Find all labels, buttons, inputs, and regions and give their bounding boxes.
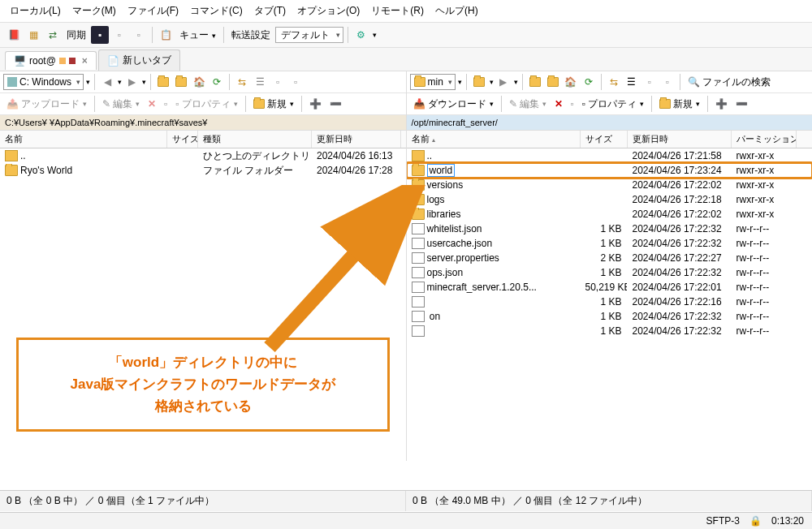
local-nav: C: Windows ▾ ◀▾ ▶▾ 🏠 ⟳ ⇆ ☰ ▫ ▫ — [0, 71, 406, 93]
close-icon[interactable]: × — [82, 55, 88, 67]
new-button[interactable]: 新規 ▾ — [250, 97, 297, 112]
list-item[interactable]: world 2024/04/26 17:23:24 rwxr-xr-x — [407, 163, 813, 178]
upload-button[interactable]: 📤 アップロード ▾ — [3, 97, 90, 112]
list-item[interactable]: Ryo's World ファイル フォルダー 2024/04/26 17:28 — [0, 163, 406, 178]
settings-icon[interactable]: ⚙ — [352, 26, 370, 44]
menu-mark[interactable]: マーク(M) — [69, 2, 119, 19]
remote-path[interactable]: /opt/minecraft_server/ — [407, 115, 813, 131]
edit-button[interactable]: ✎ 編集 ▾ — [506, 97, 550, 112]
rename-input[interactable]: world — [427, 164, 456, 177]
list-item[interactable]: libraries 2024/04/26 17:22:02 rwxr-xr-x — [407, 207, 813, 221]
folder-icon — [412, 165, 425, 176]
plus-button[interactable]: ➕ — [712, 97, 731, 110]
transfer-settings-label: 転送設定 — [228, 28, 274, 42]
list-item[interactable]: minecraft_server.1.20.5... 50,219 KB 202… — [407, 280, 813, 295]
tree-icon[interactable]: ☰ — [624, 74, 640, 90]
local-drive-combo[interactable]: C: Windows — [3, 74, 84, 90]
host-blob — [59, 58, 66, 64]
list-item[interactable]: .. ひとつ上のディレクトリ 2024/04/26 16:13 — [0, 148, 406, 163]
rename-button[interactable]: ▫ — [161, 97, 171, 110]
home-icon[interactable]: 🏠 — [191, 74, 207, 90]
sync-label[interactable]: 同期 — [63, 28, 89, 42]
queue-label[interactable]: キュー ▾ — [176, 28, 219, 42]
delete-button[interactable]: ✕ — [551, 97, 566, 110]
file-icon — [412, 238, 425, 249]
list-item[interactable]: logs 2024/04/26 17:22:18 rwxr-xr-x — [407, 192, 813, 207]
props-button[interactable]: ▫ プロパティ ▾ — [172, 97, 240, 112]
remote-nav: min ▾ ▾ ▶▾ 🏠 ⟳ ⇆ ☰ ▫ ▫ 🔍 ファイルの検索 — [407, 71, 813, 93]
refresh-icon[interactable]: ⟳ — [581, 74, 597, 90]
menu-option[interactable]: オプション(O) — [294, 2, 363, 19]
col-name[interactable]: 名前▴ — [407, 131, 581, 148]
menu-remote[interactable]: リモート(R) — [368, 2, 427, 19]
fwd-icon[interactable]: ▶ — [495, 74, 512, 90]
file-icon — [412, 311, 425, 322]
col-perm[interactable]: パーミッション — [732, 131, 797, 148]
up-icon[interactable] — [173, 74, 189, 90]
col-date[interactable]: 更新日時 — [312, 131, 401, 148]
minus-button[interactable]: ➖ — [326, 97, 345, 110]
folder-open-icon[interactable] — [527, 74, 543, 90]
session-tab[interactable]: 🖥️ root@ × — [5, 51, 97, 70]
computer-icon: 🖥️ — [14, 55, 26, 67]
menu-tab[interactable]: タブ(T) — [251, 2, 289, 19]
local-columns[interactable]: 名前 サイズ 種類 更新日時 — [0, 131, 406, 148]
find-files-button[interactable]: 🔍 ファイルの検索 — [685, 75, 774, 90]
props-button[interactable]: ▫ プロパティ ▾ — [579, 97, 647, 112]
col-date[interactable]: 更新日時 — [628, 131, 732, 148]
col-size[interactable]: サイズ — [167, 131, 198, 148]
new-tab-label: 新しいタブ — [123, 54, 171, 67]
session-tabs: 🖥️ root@ × 📄 新しいタブ — [0, 48, 812, 71]
list-item[interactable]: whitelist.json 1 KB 2024/04/26 17:22:32 … — [407, 221, 813, 236]
new-button[interactable]: 新規 ▾ — [656, 97, 703, 112]
list-item[interactable]: 1 KB 2024/04/26 17:22:32 rw-r--r-- — [407, 324, 813, 338]
col-type[interactable]: 種類 — [198, 131, 312, 148]
remote-pane: min ▾ ▾ ▶▾ 🏠 ⟳ ⇆ ☰ ▫ ▫ 🔍 ファイルの検索 📥 ダウンロー… — [407, 71, 813, 461]
remote-columns[interactable]: 名前▴ サイズ 更新日時 パーミッション — [407, 131, 813, 148]
remote-actions: 📥 ダウンロード ▾ ✎ 編集 ▾ ✕ ▫ ▫ プロパティ ▾ 新規 ▾ ➕ ➖ — [407, 93, 813, 115]
tree-icon[interactable]: ☰ — [252, 74, 268, 90]
transfer-settings-combo[interactable]: デフォルト — [275, 27, 343, 43]
download-button[interactable]: 📥 ダウンロード ▾ — [410, 97, 497, 112]
list-item[interactable]: .. 2024/04/26 17:21:58 rwxr-xr-x — [407, 148, 813, 163]
folder-icon — [412, 194, 425, 205]
list-item[interactable]: server.properties 2 KB 2024/04/26 17:22:… — [407, 251, 813, 265]
list-item[interactable]: 1 KB 2024/04/26 17:22:16 rw-r--r-- — [407, 295, 813, 309]
nav-extra-2: ▫ — [287, 74, 304, 90]
col-name[interactable]: 名前 — [0, 131, 167, 148]
sites-icon[interactable]: ▦ — [24, 26, 42, 44]
list-item[interactable]: usercache.json 1 KB 2024/04/26 17:22:32 … — [407, 236, 813, 251]
elapsed-time: 0:13:20 — [771, 515, 804, 527]
remote-folder-combo[interactable]: min — [410, 74, 456, 90]
new-tab[interactable]: 📄 新しいタブ — [98, 49, 180, 71]
list-item[interactable]: ops.json 1 KB 2024/04/26 17:22:32 rw-r--… — [407, 265, 813, 280]
plus-button[interactable]: ➕ — [306, 97, 325, 110]
col-size[interactable]: サイズ — [581, 131, 628, 148]
back-icon[interactable]: ◀ — [99, 74, 115, 90]
terminal-icon[interactable]: ▪ — [91, 26, 109, 44]
annotation-line: Java版マインクラフトのワールドデータが — [27, 373, 379, 395]
home-icon[interactable]: 🏠 — [563, 74, 579, 90]
menu-file[interactable]: ファイル(F) — [124, 2, 182, 19]
delete-button[interactable]: ✕ — [145, 97, 159, 110]
fwd-icon[interactable]: ▶ — [123, 74, 140, 90]
rename-button[interactable]: ▫ — [568, 97, 577, 110]
queue-icon[interactable]: 📋 — [157, 26, 175, 44]
sync-browse-icon[interactable]: ⇆ — [606, 74, 622, 90]
back-icon[interactable] — [471, 74, 487, 90]
protocol-label: SFTP-3 — [706, 515, 740, 527]
up-icon[interactable] — [545, 74, 561, 90]
compare-icon[interactable]: ⇄ — [44, 26, 62, 44]
list-item[interactable]: on 1 KB 2024/04/26 17:22:32 rw-r--r-- — [407, 309, 813, 324]
menu-local[interactable]: ローカル(L) — [6, 2, 64, 19]
refresh-icon[interactable]: ⟳ — [209, 74, 225, 90]
menu-command[interactable]: コマンド(C) — [187, 2, 246, 19]
address-book-icon[interactable]: 📕 — [5, 26, 23, 44]
local-path[interactable]: C:¥Users¥ ¥AppData¥Roaming¥.minecraft¥sa… — [0, 115, 406, 131]
edit-button[interactable]: ✎ 編集 ▾ — [99, 97, 143, 112]
folder-open-icon[interactable] — [155, 74, 171, 90]
list-item[interactable]: versions 2024/04/26 17:22:02 rwxr-xr-x — [407, 178, 813, 192]
menu-help[interactable]: ヘルプ(H) — [432, 2, 482, 19]
sync-browse-icon[interactable]: ⇆ — [234, 74, 250, 90]
minus-button[interactable]: ➖ — [732, 97, 751, 110]
